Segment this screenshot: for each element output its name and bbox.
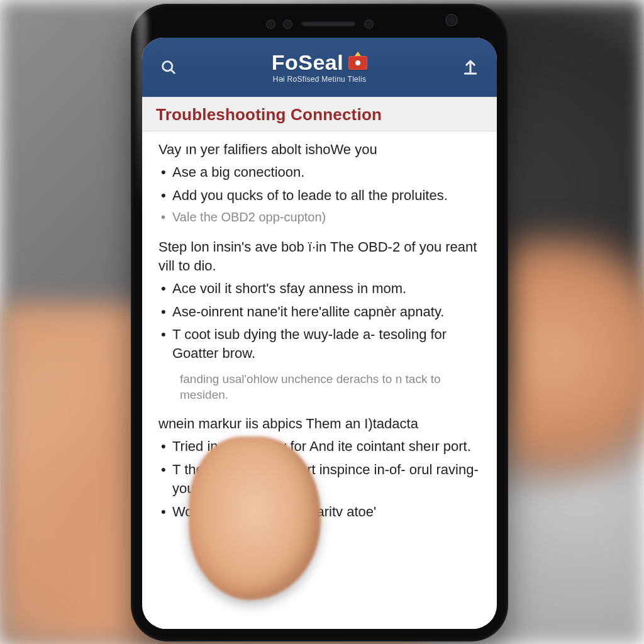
phone-sensors: [238, 16, 401, 31]
brand-subtitle: Həi RoSfised Metinu Tlelis: [273, 75, 367, 84]
thumb-overlay: [189, 436, 321, 600]
section-title-bar: Troubleshooting Connection: [142, 97, 497, 131]
search-icon: [160, 58, 177, 76]
section-title: Troubleshooting Connection: [156, 105, 382, 124]
sensor-dot: [284, 21, 291, 28]
brand-block: FoSeal Həi RoSfised Metinu Tlelis: [191, 52, 448, 83]
list-item: Add you qucks of to leade to all the pro…: [158, 186, 482, 205]
front-camera: [447, 15, 457, 25]
list-item: Ase-oinrent nane'it here'allite capnèr a…: [158, 303, 482, 321]
upload-button[interactable]: [458, 55, 483, 80]
intro-paragraph: Vay ın yer falifiers abolt ishoWe you: [158, 140, 482, 159]
step2-paragraph: wnein markur iis abpics Them an I)tadact…: [158, 414, 482, 433]
intro-list: Ase a big conectioon. Add you qucks of t…: [158, 163, 482, 226]
list-item: Ase a big conectioon.: [158, 163, 482, 182]
upload-icon: [461, 58, 480, 77]
scroll-fade: [142, 592, 497, 629]
brand-badge-icon: [348, 56, 367, 70]
earpiece-speaker: [301, 21, 355, 26]
list-item-note: Vale the OBD2 opp-cupton): [158, 209, 482, 226]
step1-list: Ace voil it short's sfay anness in mom. …: [158, 279, 482, 363]
brand-title: FoSeal: [272, 52, 343, 74]
svg-line-1: [171, 70, 175, 74]
phone-frame: FoSeal Həi RoSfised Metinu Tlelis Troubl…: [132, 5, 507, 640]
step-paragraph: Step lon insin's ave bob ї·in The OBD-2 …: [158, 238, 482, 276]
app-header: FoSeal Həi RoSfised Metinu Tlelis: [142, 38, 497, 97]
brand-row: FoSeal: [272, 52, 367, 74]
sensor-dot: [267, 21, 274, 28]
search-button[interactable]: [156, 55, 181, 80]
sensor-dot: [365, 21, 372, 28]
list-item: Ace voil it short's sfay anness in mom.: [158, 279, 482, 298]
hand-blur-right: [506, 229, 644, 480]
list-item: T coot isub dying the wuy-lade a- tesoli…: [158, 325, 482, 364]
step1-note: fanding usal'ohlow unchence derachs to n…: [180, 371, 482, 403]
